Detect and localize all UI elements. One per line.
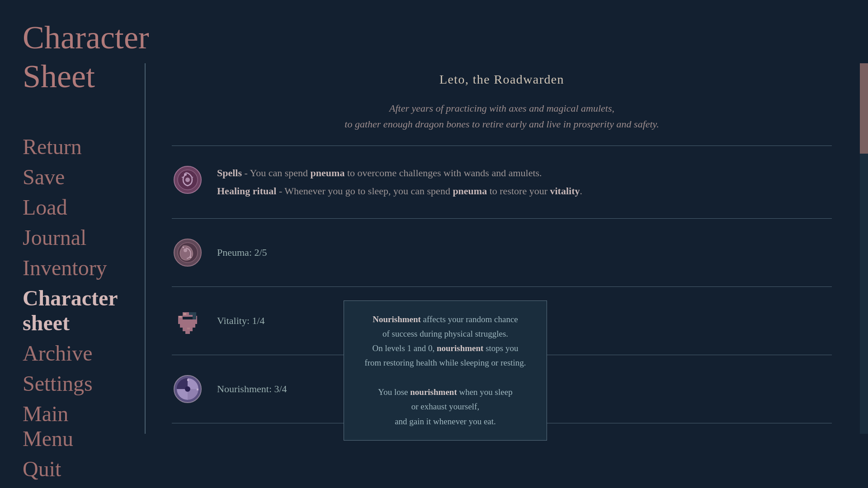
bio-line1: After years of practicing with axes and … (172, 100, 832, 116)
healing-keyword2: vitality (550, 185, 580, 197)
svg-rect-5 (182, 177, 183, 178)
character-bio: After years of practicing with axes and … (172, 100, 832, 132)
vitality-label: Vitality: 1/4 (217, 315, 265, 327)
healing-keyword1: pneuma (453, 185, 487, 197)
tooltip-line2: of success during physical struggles. (358, 327, 533, 341)
character-name: Leto, the Roadwarden (172, 72, 832, 87)
nav-item-settings[interactable]: Settings (23, 369, 122, 398)
tooltip-line10: and gain it whenever you eat. (358, 414, 533, 429)
spells-desc2: to overcome challenges with wands and am… (344, 167, 542, 178)
svg-rect-17 (180, 324, 195, 328)
nav-item-character-sheet[interactable]: Character sheet (23, 284, 122, 337)
sidebar: Character Sheet Return Save Load Journal… (0, 0, 145, 488)
nav-item-journal[interactable]: Journal (23, 223, 122, 252)
nav-item-main-menu[interactable]: Main Menu (23, 399, 122, 453)
svg-rect-19 (185, 331, 190, 334)
tooltip-keyword-nourishment3: nourishment (410, 387, 457, 397)
spells-keyword1: pneuma (311, 167, 345, 178)
tooltip-line3: On levels 1 and 0, nourishment stops you (358, 341, 533, 356)
pneuma-label: Pneuma: 2/5 (217, 247, 267, 258)
scrollbar-thumb[interactable] (860, 63, 868, 154)
nav-menu: Return Save Load Journal Inventory Chara… (23, 132, 122, 483)
divider-1 (172, 145, 832, 146)
abilities-section: Spells - You can spend pneuma to overcom… (172, 155, 832, 209)
page-title: Character Sheet (23, 18, 122, 96)
tooltip-line9: or exhaust yourself, (358, 399, 533, 414)
vitality-icon (172, 305, 203, 337)
healing-line: Healing ritual - Whenever you go to slee… (217, 182, 832, 200)
tooltip-line5: from restoring health while sleeping or … (358, 356, 533, 370)
pneuma-section: Pneuma: 2/5 (172, 228, 832, 277)
spells-desc: - You can spend (242, 167, 311, 178)
main-content: Leto, the Roadwarden After years of prac… (154, 63, 850, 470)
svg-point-27 (185, 386, 190, 392)
healing-end: . (580, 185, 582, 197)
spells-label: Spells (217, 167, 242, 178)
tooltip-line1: Nourishment affects your random chance (358, 312, 533, 327)
pneuma-icon (172, 237, 203, 268)
healing-desc: - Whenever you go to sleep, you can spen… (276, 185, 453, 197)
healing-label: Healing ritual (217, 185, 276, 197)
svg-point-3 (185, 178, 190, 182)
abilities-text: Spells - You can spend pneuma to overcom… (217, 164, 832, 200)
svg-rect-4 (185, 172, 187, 174)
svg-rect-29 (197, 389, 198, 390)
svg-rect-6 (192, 177, 193, 178)
sidebar-divider (145, 63, 146, 434)
nav-item-load[interactable]: Load (23, 193, 122, 221)
tooltip-keyword-nourishment2: nourishment (437, 343, 483, 353)
svg-rect-21 (184, 313, 186, 315)
nav-item-return[interactable]: Return (23, 132, 122, 161)
svg-rect-10 (183, 247, 184, 248)
nav-item-archive[interactable]: Archive (23, 339, 122, 367)
nav-item-quit[interactable]: Quit (23, 455, 122, 483)
svg-rect-11 (190, 257, 191, 258)
divider-3 (172, 286, 832, 287)
spells-line: Spells - You can spend pneuma to overcom… (217, 164, 832, 182)
nav-item-inventory[interactable]: Inventory (23, 253, 122, 282)
svg-rect-16 (178, 319, 197, 324)
tooltip-keyword-nourishment1: Nourishment (373, 314, 421, 324)
nourishment-tooltip: Nourishment affects your random chance o… (344, 300, 547, 441)
divider-2 (172, 218, 832, 219)
nourishment-icon (172, 373, 203, 405)
tooltip-line7: You lose nourishment when you sleep (358, 385, 533, 399)
bio-line2: to gather enough dragon bones to retire … (172, 116, 832, 132)
svg-rect-24 (187, 328, 190, 329)
nourishment-label: Nourishment: 3/4 (217, 383, 287, 395)
spells-icon (172, 164, 203, 196)
nav-item-save[interactable]: Save (23, 163, 122, 191)
healing-desc2: to restore your (487, 185, 550, 197)
vitality-section: Vitality: 1/4 Nourishment affects your r… (172, 296, 832, 346)
svg-rect-23 (193, 312, 196, 319)
svg-point-9 (184, 249, 187, 252)
svg-rect-20 (179, 316, 182, 318)
svg-rect-28 (187, 379, 189, 381)
